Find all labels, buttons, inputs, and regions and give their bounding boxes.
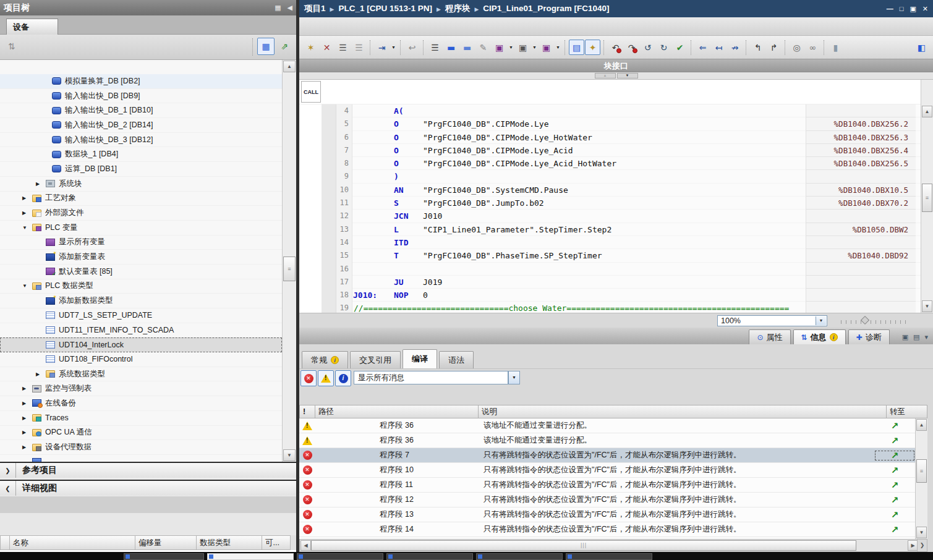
chevron-down-icon[interactable]: ▼ — [508, 45, 514, 49]
tab-properties[interactable]: ⊙属性 — [749, 329, 790, 344]
tree-item[interactable]: 运算_DB [DB1] — [0, 162, 282, 177]
breadcrumb-segment[interactable]: 程序块 — [445, 4, 471, 13]
scroll-thumb[interactable]: ≡ — [922, 184, 932, 212]
breakpoint-margin[interactable] — [322, 131, 336, 144]
delete-jump-label-icon[interactable]: ↛ — [727, 40, 743, 55]
block-protection-icon[interactable]: ▮ — [828, 40, 843, 55]
code-line[interactable]: 19//==============================choose… — [299, 302, 921, 313]
column-severity[interactable]: ! — [299, 405, 315, 418]
message-row[interactable]: ✕程序段 13只有将跳转指令的状态位设置为"/FC"后，才能从布尔逻辑序列中进行… — [299, 507, 915, 522]
reference-projects-header[interactable]: ❯ 参考项目 — [0, 462, 296, 478]
tree-item[interactable]: UDT11_ITEM_INFO_TO_SCADA — [0, 323, 282, 338]
network-title-toggle-icon[interactable]: ▬ — [443, 40, 459, 55]
tree-item[interactable]: 输入输出快_DB_2 [DB14] — [0, 118, 282, 133]
code-line[interactable]: 15T"PrgFC1040_DB".PhaseTime.SP_StepTimer… — [299, 249, 921, 262]
tree-item[interactable] — [0, 455, 282, 462]
previous-error-icon[interactable]: ↶ — [608, 40, 623, 55]
breadcrumb-segments[interactable]: 项目1▶PLC_1 [CPU 1513-1 PN]▶程序块▶CIP1_Line0… — [304, 3, 609, 14]
zoom-slider[interactable] — [841, 320, 910, 324]
list-pane-icon[interactable]: ▤ — [913, 333, 919, 341]
subtab-cross-reference[interactable]: 交叉引用 — [350, 351, 401, 368]
zoom-select[interactable]: 100% ▼ — [717, 315, 827, 326]
code-line[interactable]: 17JUJ019 — [299, 276, 921, 289]
tree-item[interactable]: ▶Traces — [0, 411, 282, 426]
chevron-down-icon[interactable]: ▼ — [531, 45, 538, 49]
tree-item[interactable]: ▶OPC UA 通信 — [0, 426, 282, 441]
scroll-left-button[interactable]: ◀ — [300, 540, 311, 551]
tree-item[interactable]: ▶外部源文件 — [0, 206, 282, 221]
goto-arrow-icon[interactable]: ↗ — [874, 494, 915, 506]
code-text[interactable]: //==============================choose W… — [352, 302, 806, 313]
expander-icon[interactable]: ▼ — [22, 283, 32, 289]
breakpoint-margin[interactable] — [322, 302, 336, 313]
code-text[interactable]: O"PrgFC1040_DB".CIPMode.Lye_Acid — [352, 144, 806, 157]
scroll-up-button[interactable]: ▲ — [922, 106, 932, 117]
code-text[interactable]: J010:NOP0 — [352, 289, 806, 302]
code-text[interactable]: ITD — [352, 236, 806, 249]
message-row[interactable]: 程序段 36该地址不能通过变量进行分配。↗ — [299, 418, 915, 433]
details-view-button[interactable]: ▦ — [257, 38, 275, 55]
block-interface-bar[interactable]: 块接口 — [299, 59, 933, 72]
goto-arrow-icon[interactable]: ↗ — [874, 450, 915, 461]
expand-down-icon[interactable]: ❮ — [0, 481, 16, 496]
scroll-corner-button[interactable]: ❯ — [917, 539, 927, 552]
collapse-networks-icon[interactable]: ☰ — [351, 40, 367, 55]
operand-representation-icon[interactable]: ↩ — [404, 40, 420, 55]
breakpoint-margin[interactable] — [322, 236, 336, 249]
breakpoint-margin[interactable] — [322, 289, 336, 302]
code-line[interactable]: 10AN"PrgFC1040_DB".SystemCMD.Pause%DB104… — [299, 184, 921, 197]
refresh-interface-icon[interactable]: ↻ — [656, 40, 671, 55]
breadcrumb-segment[interactable]: 项目1 — [304, 4, 326, 13]
network-add-icon[interactable]: ✶ — [303, 40, 318, 55]
collapse-panel-icon[interactable]: ◀ — [288, 4, 292, 12]
code-text[interactable]: O"PrgFC1040_DB".CIPMode.Lye_Acid_HotWate… — [352, 157, 806, 170]
find-in-editor-icon[interactable]: ◎ — [789, 40, 804, 55]
sort-view-icon[interactable]: ⇅ — [5, 40, 19, 53]
column-goto[interactable]: 转至 — [887, 405, 927, 418]
tree-item[interactable]: 模拟量换算_DB [DB2] — [0, 74, 282, 89]
open-in-editor-button[interactable]: ⇗ — [276, 38, 293, 55]
reading-glasses-icon[interactable]: ∞ — [805, 40, 820, 55]
expander-icon[interactable]: ▶ — [22, 401, 32, 406]
scroll-thumb[interactable]: ≡ — [916, 459, 927, 483]
code-line[interactable]: 12JCNJ010 — [299, 210, 921, 223]
code-line[interactable]: 18J010:NOP0 — [299, 289, 921, 302]
split-editor-space-icon[interactable]: ◧ — [914, 40, 929, 55]
code-text[interactable]: JUJ019 — [352, 276, 806, 289]
code-text[interactable]: A( — [352, 104, 806, 117]
expander-icon[interactable]: ▶ — [22, 415, 32, 421]
breakpoint-margin[interactable] — [322, 249, 336, 262]
message-row[interactable]: ✕程序段 7只有将跳转指令的状态位设置为"/FC"后，才能从布尔逻辑序列中进行跳… — [299, 448, 915, 463]
scroll-up-button[interactable]: ▲ — [283, 61, 296, 72]
insert-comment-box-icon[interactable]: ▣ — [515, 40, 530, 55]
editor-scrollbar[interactable]: ▲ ≡ ▼ — [921, 80, 933, 313]
previous-bookmark-icon[interactable]: ↰ — [750, 40, 765, 55]
code-text[interactable]: O"PrgFC1040_DB".CIPMode.Lye — [352, 117, 806, 130]
tree-item[interactable]: ▶工艺对象 — [0, 192, 282, 206]
float-pane-icon[interactable]: ▣ — [902, 333, 908, 341]
tree-scrollbar[interactable]: ▲ ≡ ▼ — [282, 60, 296, 462]
tree-item[interactable]: 添加新变量表 — [0, 250, 282, 265]
detail-column-3[interactable]: 可... — [262, 535, 291, 550]
expander-icon[interactable]: ▶ — [22, 210, 32, 216]
goto-arrow-icon[interactable]: ↗ — [874, 480, 915, 491]
detail-view-header[interactable]: ❮ 详细视图 — [0, 480, 296, 496]
detail-column-0[interactable]: 名称 — [10, 535, 135, 550]
network-navigation-icon[interactable]: ☰ — [427, 40, 443, 55]
extended-mode-toggle-icon[interactable]: ✦ — [585, 40, 600, 55]
message-row[interactable]: ✕程序段 11只有将跳转指令的状态位设置为"/FC"后，才能从布尔逻辑序列中进行… — [299, 478, 915, 493]
insert-jump-label-icon[interactable]: ↤ — [711, 40, 726, 55]
zoom-slider-thumb[interactable] — [861, 316, 869, 325]
scroll-down-button[interactable]: ▼ — [283, 449, 296, 461]
breakpoint-margin[interactable] — [322, 276, 336, 289]
tree-item[interactable]: UDT7_LS_SETP_UPDATE — [0, 308, 282, 323]
message-hscrollbar[interactable]: ◀ ||| ▶ — [299, 539, 927, 552]
tree-item[interactable]: 显示所有变量 — [0, 235, 282, 250]
tree-item[interactable]: UDT104_InterLock — [0, 337, 282, 352]
maximize-button[interactable]: ▣ — [910, 5, 916, 13]
tree-item[interactable]: 添加新数据类型 — [0, 294, 282, 308]
expander-icon[interactable]: ▶ — [22, 195, 32, 201]
tree-item[interactable]: ▶监控与强制表 — [0, 381, 282, 396]
breakpoint-margin[interactable] — [322, 104, 336, 117]
tree-item[interactable]: 数据块_1 [DB4] — [0, 147, 282, 162]
